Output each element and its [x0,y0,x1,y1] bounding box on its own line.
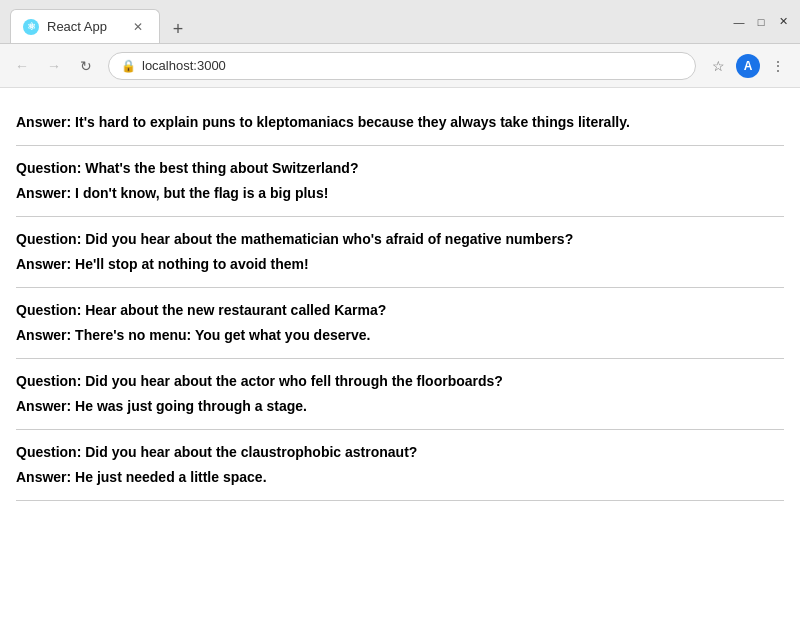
url-text: localhost:3000 [142,58,226,73]
menu-button[interactable]: ⋮ [764,52,792,80]
minimize-button[interactable]: — [732,15,746,29]
question-text-3: Question: Hear about the new restaurant … [16,300,784,321]
joke-item-1: Question: What's the best thing about Sw… [16,146,784,217]
back-button[interactable]: ← [8,52,36,80]
close-button[interactable]: ✕ [776,15,790,29]
new-tab-button[interactable]: + [164,15,192,43]
page-content: Answer: It's hard to explain puns to kle… [0,88,800,633]
answer-text-4: Answer: He was just going through a stag… [16,396,784,417]
answer-text-3: Answer: There's no menu: You get what yo… [16,325,784,346]
lock-icon: 🔒 [121,59,136,73]
window-controls: — □ ✕ [732,15,790,29]
joke-item-3: Question: Hear about the new restaurant … [16,288,784,359]
user-avatar[interactable]: A [736,54,760,78]
answer-text-1: Answer: I don't know, but the flag is a … [16,183,784,204]
tab-close-button[interactable]: ✕ [129,18,147,36]
reload-button[interactable]: ↻ [72,52,100,80]
joke-item-0: Answer: It's hard to explain puns to kle… [16,104,784,146]
nav-right: ☆ A ⋮ [704,52,792,80]
joke-item-2: Question: Did you hear about the mathema… [16,217,784,288]
answer-text-0: Answer: It's hard to explain puns to kle… [16,112,784,133]
joke-item-4: Question: Did you hear about the actor w… [16,359,784,430]
question-text-4: Question: Did you hear about the actor w… [16,371,784,392]
tab-area: ⚛ React App ✕ + [10,0,732,43]
active-tab[interactable]: ⚛ React App ✕ [10,9,160,43]
answer-text-2: Answer: He'll stop at nothing to avoid t… [16,254,784,275]
tab-favicon: ⚛ [23,19,39,35]
question-text-1: Question: What's the best thing about Sw… [16,158,784,179]
titlebar: ⚛ React App ✕ + — □ ✕ [0,0,800,44]
question-text-2: Question: Did you hear about the mathema… [16,229,784,250]
address-bar[interactable]: 🔒 localhost:3000 [108,52,696,80]
tab-title: React App [47,19,107,34]
joke-item-5: Question: Did you hear about the claustr… [16,430,784,501]
question-text-5: Question: Did you hear about the claustr… [16,442,784,463]
answer-text-5: Answer: He just needed a little space. [16,467,784,488]
maximize-button[interactable]: □ [754,15,768,29]
navbar: ← → ↻ 🔒 localhost:3000 ☆ A ⋮ [0,44,800,88]
forward-button[interactable]: → [40,52,68,80]
bookmark-button[interactable]: ☆ [704,52,732,80]
